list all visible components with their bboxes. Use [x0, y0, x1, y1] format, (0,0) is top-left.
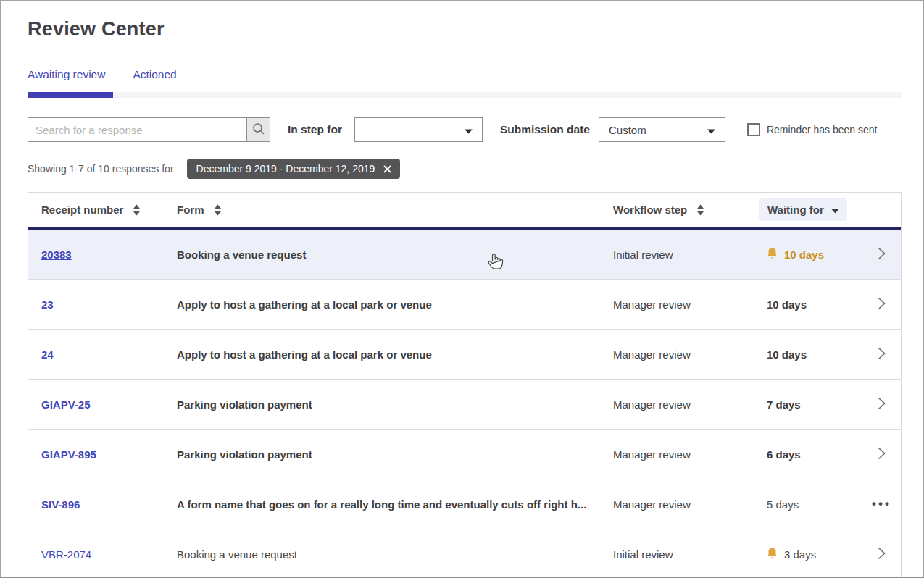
open-row-chevron-icon[interactable]	[878, 547, 886, 562]
reminder-bell-icon	[767, 547, 778, 561]
submission-date-label: Submission date	[500, 123, 590, 136]
sort-desc-icon	[831, 204, 839, 216]
table-header-row: Receipt number Form Workflow step	[28, 193, 901, 230]
table-row[interactable]: GIAPV-25 Parking violation payment Manag…	[28, 380, 901, 430]
receipt-link[interactable]: 20383	[41, 248, 72, 261]
search-group	[28, 117, 270, 142]
waiting-days: 10 days	[767, 348, 807, 361]
reminder-checkbox-label: Reminder has been sent	[767, 124, 878, 135]
waiting-for-cell: 7 days	[759, 398, 862, 411]
results-bar: Showing 1-7 of 10 responses for December…	[28, 159, 902, 179]
waiting-for-cell: 10 days	[759, 298, 862, 311]
column-header-receipt-number[interactable]: Receipt number	[28, 204, 177, 216]
receipt-link[interactable]: GIAPV-895	[41, 448, 96, 461]
column-header-waiting-for[interactable]: Waiting for	[759, 198, 862, 221]
submission-date-select[interactable]: Custom	[599, 117, 725, 142]
workflow-step: Manager review	[613, 398, 759, 411]
waiting-for-cell: 6 days	[759, 448, 862, 461]
active-tab-indicator	[28, 92, 113, 98]
in-step-for-label: In step for	[288, 123, 342, 136]
open-row-chevron-icon[interactable]	[878, 347, 886, 362]
open-row-chevron-icon[interactable]	[878, 447, 886, 462]
review-center-page: Review Center Awaiting review Actioned	[1, 18, 923, 578]
workflow-step: Manager review	[613, 498, 759, 511]
form-name: A form name that goes on for a really lo…	[177, 498, 613, 511]
workflow-step: Manager review	[613, 448, 759, 461]
waiting-days: 10 days	[784, 248, 824, 261]
waiting-days: 10 days	[767, 298, 807, 311]
waiting-for-cell: 10 days	[759, 247, 862, 261]
tab-underline-track	[28, 92, 902, 98]
receipt-link[interactable]: 24	[41, 348, 54, 361]
sort-icon[interactable]	[214, 204, 222, 216]
form-name: Booking a venue request	[177, 548, 613, 561]
date-filter-chip[interactable]: December 9 2019 - December 12, 2019	[187, 159, 401, 179]
workflow-step: Manager review	[613, 298, 759, 311]
form-name: Booking a venue request	[177, 248, 613, 261]
waiting-for-cell: 3 days	[759, 547, 862, 561]
remove-date-filter-icon[interactable]	[383, 165, 391, 173]
table-row[interactable]: VBR-2074 Booking a venue request Initial…	[28, 529, 901, 578]
form-name: Apply to host a gathering at a local par…	[177, 298, 613, 311]
form-name: Parking violation payment	[177, 398, 613, 411]
table-row[interactable]: SIV-896 A form name that goes on for a r…	[28, 479, 901, 529]
table-row[interactable]: 23 Apply to host a gathering at a local …	[28, 280, 901, 330]
workflow-step: Initial review	[613, 548, 759, 561]
open-row-chevron-icon[interactable]	[878, 247, 886, 262]
form-name: Parking violation payment	[177, 448, 613, 461]
form-name: Apply to host a gathering at a local par…	[177, 348, 613, 361]
tab-bar: Awaiting review Actioned	[28, 68, 902, 98]
workflow-step: Manager review	[613, 348, 759, 361]
column-header-workflow-step[interactable]: Workflow step	[613, 204, 759, 216]
waiting-days: 6 days	[767, 448, 801, 461]
responses-table: Receipt number Form Workflow step	[28, 192, 902, 578]
filter-bar: In step for Submission date Custom Remin…	[28, 117, 902, 142]
results-summary: Showing 1-7 of 10 responses for	[28, 163, 174, 175]
reminder-bell-icon	[767, 247, 778, 261]
page-title: Review Center	[28, 18, 902, 41]
tab-awaiting-review[interactable]: Awaiting review	[28, 68, 105, 81]
column-header-form[interactable]: Form	[177, 204, 613, 216]
workflow-step: Initial review	[613, 248, 759, 261]
waiting-for-cell: 5 days	[759, 498, 862, 511]
review-center-window: Review Center Awaiting review Actioned	[0, 0, 924, 578]
waiting-days: 5 days	[767, 498, 799, 511]
reminder-filter: Reminder has been sent	[747, 123, 878, 136]
submission-date-value: Custom	[609, 124, 646, 136]
search-input[interactable]	[28, 117, 246, 142]
search-icon	[252, 122, 265, 138]
receipt-link[interactable]: VBR-2074	[41, 548, 91, 561]
in-step-for-select[interactable]	[354, 117, 483, 142]
waiting-days: 3 days	[784, 548, 816, 561]
waiting-for-cell: 10 days	[759, 348, 862, 361]
chevron-down-icon	[707, 124, 715, 136]
table-row[interactable]: 20383 Booking a venue request Initial re…	[28, 230, 901, 280]
table-row[interactable]: GIAPV-895 Parking violation payment Mana…	[28, 430, 901, 479]
date-filter-chip-label: December 9 2019 - December 12, 2019	[196, 163, 375, 175]
waiting-for-sort-pill[interactable]: Waiting for	[759, 198, 847, 221]
sort-icon[interactable]	[696, 204, 704, 216]
chevron-down-icon	[465, 124, 473, 136]
search-button[interactable]	[246, 117, 270, 142]
receipt-link[interactable]: GIAPV-25	[41, 398, 91, 411]
waiting-days: 7 days	[767, 398, 801, 411]
sort-icon[interactable]	[133, 204, 141, 216]
reminder-checkbox[interactable]	[747, 123, 760, 136]
open-row-chevron-icon[interactable]	[878, 297, 886, 312]
receipt-link[interactable]: SIV-896	[41, 498, 80, 511]
table-row[interactable]: 24 Apply to host a gathering at a local …	[28, 330, 901, 380]
open-row-chevron-icon[interactable]	[878, 397, 886, 412]
receipt-link[interactable]: 23	[41, 298, 54, 311]
tab-actioned[interactable]: Actioned	[133, 68, 176, 81]
